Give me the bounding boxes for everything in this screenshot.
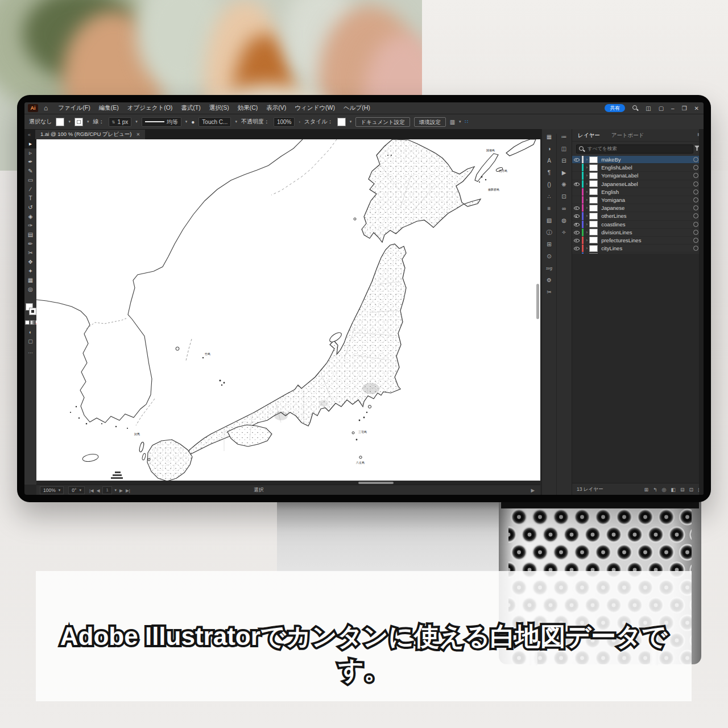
document-setup-button[interactable]: ドキュメント設定 bbox=[355, 117, 410, 127]
expand-chevron-icon[interactable]: › bbox=[586, 230, 588, 235]
info-panel-icon[interactable]: ⓘ bbox=[547, 229, 552, 236]
share-button[interactable]: 共有 bbox=[605, 104, 625, 112]
brush-select[interactable]: Touch C... bbox=[198, 117, 231, 127]
target-circle-icon[interactable] bbox=[693, 181, 698, 187]
collapse-panels-icon[interactable]: « bbox=[28, 132, 31, 138]
actions-panel-icon[interactable]: ▶ bbox=[562, 169, 566, 176]
rotation-select[interactable]: 0°▾ bbox=[68, 486, 85, 494]
layer-row[interactable]: ›JapaneseLabel bbox=[572, 180, 704, 188]
expand-chevron-icon[interactable]: › bbox=[586, 238, 588, 243]
horizontal-scrollbar-thumb[interactable] bbox=[358, 482, 394, 484]
locate-object-icon[interactable]: ◎ bbox=[662, 487, 667, 493]
color-mode-icon[interactable] bbox=[25, 320, 30, 325]
width-tool[interactable]: ✑ bbox=[24, 221, 36, 230]
expand-chevron-icon[interactable]: › bbox=[586, 246, 588, 251]
layer-row[interactable]: ›English bbox=[572, 188, 704, 196]
target-circle-icon[interactable] bbox=[693, 173, 698, 178]
transform-panel-icon[interactable]: ∴ bbox=[547, 193, 551, 200]
layer-row[interactable]: ›prefecturesLines bbox=[572, 237, 704, 245]
target-circle-icon[interactable] bbox=[693, 230, 698, 235]
expand-chevron-icon[interactable]: › bbox=[586, 213, 588, 218]
swatches-panel-icon[interactable]: ⊟ bbox=[561, 158, 566, 164]
visibility-toggle[interactable] bbox=[572, 188, 581, 196]
pathfinder-panel-icon[interactable]: ▧ bbox=[547, 217, 552, 224]
stroke-width-input[interactable]: ⇅1 px bbox=[109, 117, 132, 127]
target-circle-icon[interactable] bbox=[693, 189, 698, 195]
new-sublayer-icon[interactable]: ⊟ bbox=[680, 487, 685, 493]
expand-chevron-icon[interactable]: › bbox=[586, 222, 588, 227]
visibility-toggle[interactable] bbox=[572, 180, 581, 188]
layer-row[interactable]: ›cityLines bbox=[572, 245, 704, 253]
character-panel-icon[interactable]: A bbox=[547, 158, 551, 164]
style-swatch[interactable] bbox=[337, 118, 346, 126]
knife-panel-icon[interactable]: ✂ bbox=[547, 289, 551, 296]
restore-button[interactable]: ❐ bbox=[682, 105, 687, 111]
artboard-canvas[interactable]: 国後島色丹島歯舞群島竹島対馬三宅島八丈島 bbox=[36, 139, 540, 481]
target-circle-icon[interactable] bbox=[693, 165, 698, 170]
stroke-profile-select[interactable]: 均等 bbox=[142, 117, 181, 127]
target-circle-icon[interactable] bbox=[693, 205, 698, 210]
stroke-color-control[interactable] bbox=[29, 308, 36, 315]
visibility-toggle[interactable] bbox=[572, 212, 581, 220]
illustrator-app-icon[interactable]: Ai bbox=[28, 104, 38, 112]
graphic-styles-panel-icon[interactable]: ✧ bbox=[561, 229, 566, 236]
menu-item[interactable]: ファイル(F) bbox=[58, 104, 90, 112]
minimize-button[interactable]: – bbox=[671, 105, 675, 111]
layer-row[interactable]: ›coastlines bbox=[572, 221, 704, 229]
rectangle-tool[interactable]: ▭ bbox=[24, 176, 36, 185]
comment-panel-icon[interactable]: ⊙ bbox=[547, 253, 551, 260]
tab-artboards[interactable]: アートボード bbox=[606, 129, 650, 141]
expand-chevron-icon[interactable]: › bbox=[586, 205, 588, 210]
scissors-tool[interactable]: ✂ bbox=[24, 249, 36, 258]
first-artboard-icon[interactable]: |◀ bbox=[89, 488, 94, 493]
make-clipping-mask-icon[interactable]: ◧ bbox=[671, 487, 676, 493]
snap-options-icon[interactable]: ∷ bbox=[465, 119, 469, 125]
zoom-tool[interactable]: ◎ bbox=[24, 285, 36, 294]
visibility-toggle[interactable] bbox=[572, 245, 581, 252]
align-panel-icon[interactable]: ≡ bbox=[548, 205, 551, 212]
menu-item[interactable]: 選択(S) bbox=[209, 104, 229, 112]
symbol-tool[interactable]: ✦ bbox=[24, 267, 36, 276]
prev-artboard-icon[interactable]: ◀ bbox=[97, 488, 100, 493]
settings-gear-icon[interactable]: ⚙ bbox=[547, 277, 552, 284]
brushes-panel-icon[interactable]: ❋ bbox=[561, 181, 566, 188]
paragraph-panel-icon[interactable]: ¶ bbox=[548, 169, 551, 176]
next-artboard-icon[interactable]: ▶ bbox=[119, 488, 123, 493]
visibility-toggle[interactable] bbox=[572, 196, 581, 204]
color-panel-icon[interactable]: ◑ bbox=[547, 146, 551, 152]
stroke-swatch[interactable] bbox=[75, 118, 83, 126]
target-circle-icon[interactable] bbox=[693, 246, 698, 251]
preferences-button[interactable]: 環境設定 bbox=[414, 117, 446, 127]
expand-chevron-icon[interactable]: › bbox=[586, 189, 588, 195]
layer-row[interactable]: ›YomiganaLabel bbox=[572, 172, 704, 180]
release-mask-icon[interactable]: ↰ bbox=[653, 487, 657, 493]
target-circle-icon[interactable] bbox=[693, 197, 698, 202]
visibility-toggle[interactable] bbox=[572, 164, 581, 171]
layer-row[interactable]: ›Japanese bbox=[572, 204, 704, 212]
pencil-tool[interactable]: ✏ bbox=[24, 239, 36, 249]
blend-tool[interactable]: ❖ bbox=[24, 258, 36, 267]
horizontal-scrollbar[interactable] bbox=[36, 481, 540, 485]
svg-interactivity-panel-icon[interactable]: svg bbox=[546, 265, 552, 272]
target-circle-icon[interactable] bbox=[693, 157, 698, 162]
layer-row[interactable]: ›EnglishLabel bbox=[572, 164, 704, 172]
workspace-switcher-icon[interactable]: ▢ bbox=[659, 105, 664, 111]
expand-chevron-icon[interactable]: › bbox=[586, 173, 588, 178]
document-tab[interactable]: 1.ai @ 100 % (RGB/CPU プレビュー) ✕ bbox=[35, 130, 145, 139]
direct-selection-tool[interactable]: ▹ bbox=[24, 148, 36, 158]
visibility-toggle[interactable] bbox=[572, 229, 581, 236]
menu-item[interactable]: オブジェクト(O) bbox=[127, 104, 173, 112]
selection-tool[interactable]: ▸ bbox=[24, 139, 36, 148]
expand-chevron-icon[interactable]: › bbox=[586, 197, 588, 202]
draw-mode-icon[interactable]: ◐ bbox=[24, 329, 36, 335]
close-button[interactable]: ✕ bbox=[694, 105, 699, 111]
layer-row[interactable]: ›Yomigana bbox=[572, 196, 704, 204]
isolate-selection-icon[interactable]: ▥ bbox=[450, 119, 455, 125]
status-expand-icon[interactable]: ▶ bbox=[531, 487, 535, 493]
last-artboard-icon[interactable]: ▶| bbox=[126, 488, 130, 493]
artboard-number-input[interactable]: 1 bbox=[102, 486, 111, 494]
visibility-toggle[interactable] bbox=[572, 172, 581, 179]
gradient-tool[interactable]: ▤ bbox=[24, 230, 36, 239]
menu-item[interactable]: 書式(T) bbox=[181, 104, 200, 112]
tab-layers[interactable]: レイヤー bbox=[572, 129, 606, 141]
